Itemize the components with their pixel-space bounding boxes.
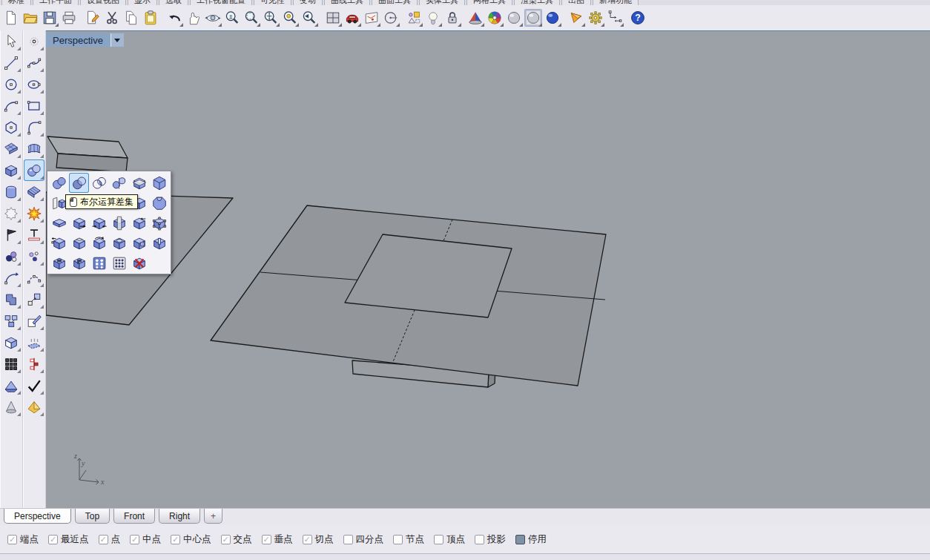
toolbar-group-tab-mesh-tools[interactable]: 网格工具: [466, 0, 512, 5]
toolbar-button-zoom-window[interactable]: [243, 9, 260, 27]
flyout-button-move-edge[interactable]: [49, 233, 69, 253]
sidebar-button-cone[interactable]: [1, 396, 22, 418]
toolbar-button-options[interactable]: [587, 9, 604, 27]
sidebar-button-scale[interactable]: [24, 289, 44, 310]
sidebar-button-fillet-blend[interactable]: [24, 202, 44, 224]
sidebar-button-wedge[interactable]: [1, 375, 22, 396]
sidebar-button-point-set[interactable]: [24, 246, 44, 267]
toolbar-button-dimensions[interactable]: [606, 9, 624, 27]
sidebar-button-patch-surface[interactable]: [24, 138, 44, 159]
flyout-button-extrude-face[interactable]: [69, 213, 89, 233]
sidebar-button-curve-edit[interactable]: [1, 267, 22, 289]
sidebar-button-extrude[interactable]: [1, 289, 22, 310]
viewport-perspective[interactable]: z y x Perspective 布尔运算差集: [46, 30, 930, 509]
sidebar-button-box[interactable]: [1, 159, 22, 181]
sidebar-button-cylinder[interactable]: [1, 181, 22, 202]
viewport-canvas[interactable]: z y x: [46, 31, 930, 509]
toolbar-button-zoom-previous[interactable]: [300, 9, 318, 27]
toolbar-button-paste[interactable]: [142, 9, 159, 27]
flyout-button-boolean-union[interactable]: [49, 173, 69, 193]
osnap-item-knot[interactable]: ✓ 节点: [393, 533, 424, 546]
osnap-item-intersection[interactable]: ✓ 交点: [221, 533, 252, 546]
flyout-button-slab[interactable]: [49, 213, 69, 233]
toolbar-button-save-file[interactable]: [41, 9, 59, 27]
flyout-button-rotate-face[interactable]: [89, 233, 109, 253]
sidebar-button-copy-objects[interactable]: [1, 310, 22, 332]
toolbar-button-render-preview[interactable]: [505, 9, 523, 27]
sidebar-button-select[interactable]: [1, 30, 22, 52]
viewport-title-menu[interactable]: [111, 33, 124, 47]
toolbar-button-pan-view[interactable]: [185, 9, 202, 27]
toolbar-button-copy[interactable]: [122, 9, 140, 27]
checkbox[interactable]: ✓: [393, 535, 403, 544]
sidebar-button-explode[interactable]: [1, 202, 22, 224]
flyout-button-solid-from-planar[interactable]: [129, 173, 149, 193]
view-tab-right[interactable]: Right: [159, 509, 200, 524]
flyout-button-hole-grid[interactable]: [109, 253, 129, 273]
flyout-button-round-hole[interactable]: [109, 233, 129, 253]
toolbar-group-tab-display[interactable]: 显示: [128, 0, 157, 5]
osnap-item-perpendicular[interactable]: ✓ 垂点: [262, 533, 293, 546]
sidebar-button-check-select[interactable]: [24, 375, 44, 396]
flyout-button-split-solid[interactable]: [109, 213, 129, 233]
toolbar-button-cut[interactable]: [103, 9, 121, 27]
checkbox[interactable]: ✓: [171, 535, 180, 544]
sidebar-button-point[interactable]: [24, 30, 44, 52]
flyout-button-boolean-intersection[interactable]: [89, 173, 109, 193]
toolbar-button-open-file[interactable]: [22, 9, 39, 27]
flyout-button-delete-hole[interactable]: [129, 253, 149, 273]
checkbox[interactable]: ✓: [99, 535, 108, 544]
checkbox[interactable]: ✓: [343, 535, 353, 544]
osnap-item-disable[interactable]: ✓ 停用: [515, 533, 547, 546]
toolbar-group-tab-visibility[interactable]: 可见性: [254, 0, 291, 5]
viewport-title[interactable]: Perspective: [46, 33, 111, 47]
flyout-button-rounded-cube[interactable]: [149, 193, 169, 213]
flyout-button-chamfer-solid[interactable]: [69, 233, 89, 253]
sidebar-button-solid-tools[interactable]: [24, 159, 44, 181]
checkbox[interactable]: ✓: [221, 535, 231, 544]
toolbar-button-viewport-layout[interactable]: [324, 9, 342, 27]
view-tab-new-viewport[interactable]: +: [204, 509, 222, 524]
toolbar-button-zoom-dynamic[interactable]: ±: [223, 9, 241, 27]
flyout-button-hole-array[interactable]: [89, 253, 109, 273]
toolbar-group-tab-new-features[interactable]: 新增功能: [593, 0, 639, 5]
osnap-item-quadrant[interactable]: ✓ 四分点: [343, 533, 384, 546]
sidebar-button-arc[interactable]: [1, 95, 22, 116]
toolbar-button-rotate-view[interactable]: [204, 9, 222, 27]
sidebar-button-ellipse[interactable]: [24, 73, 44, 95]
sidebar-button-polygon[interactable]: [1, 116, 22, 138]
toolbar-button-edit-notes[interactable]: [84, 9, 102, 27]
toolbar-button-new-file[interactable]: [2, 9, 20, 27]
toolbar-group-tab-standard[interactable]: 标准: [1, 0, 31, 5]
flyout-button-rectangular-hole[interactable]: [129, 233, 149, 253]
checkbox[interactable]: ✓: [7, 535, 17, 544]
checkbox[interactable]: ✓: [130, 535, 139, 544]
sidebar-button-rebuild-curve[interactable]: [24, 267, 44, 289]
toolbar-group-tab-viewport-layout[interactable]: 工作视窗配置: [190, 0, 252, 5]
osnap-item-tangent[interactable]: ✓ 切点: [303, 533, 334, 546]
toolbar-button-cplane[interactable]: [363, 9, 380, 27]
toolbar-group-tab-surface-tools[interactable]: 曲面工具: [372, 0, 418, 5]
sidebar-button-plane-surface[interactable]: [1, 138, 22, 159]
flyout-button-corner-notch-2[interactable]: [69, 253, 89, 273]
sidebar-button-polyline[interactable]: [1, 52, 22, 73]
osnap-item-point[interactable]: ✓ 点: [99, 533, 121, 546]
sidebar-button-circle[interactable]: [1, 73, 22, 95]
osnap-item-center[interactable]: ✓ 中心点: [171, 533, 211, 546]
toolbar-button-zoom-selected[interactable]: [281, 9, 299, 27]
sidebar-button-rectangle[interactable]: [24, 95, 44, 116]
flyout-button-move-face[interactable]: [89, 213, 109, 233]
toolbar-button-lights[interactable]: [424, 9, 442, 27]
sidebar-button-trim[interactable]: [24, 310, 44, 332]
flyout-button-insert-face[interactable]: [129, 213, 149, 233]
toolbar-button-render-current[interactable]: [524, 9, 542, 27]
sidebar-button-pyramid[interactable]: [24, 396, 44, 418]
osnap-item-near[interactable]: ✓ 最近点: [48, 533, 89, 546]
view-tab-top[interactable]: Top: [75, 509, 110, 524]
sidebar-button-extract-surface[interactable]: [1, 332, 22, 353]
toolbar-button-shaded-display[interactable]: [466, 9, 484, 27]
sidebar-button-hammer[interactable]: [1, 224, 22, 246]
sidebar-button-section-plane[interactable]: [24, 332, 44, 353]
checkbox[interactable]: ✓: [262, 535, 271, 544]
toolbar-button-object-snap[interactable]: [405, 9, 423, 27]
